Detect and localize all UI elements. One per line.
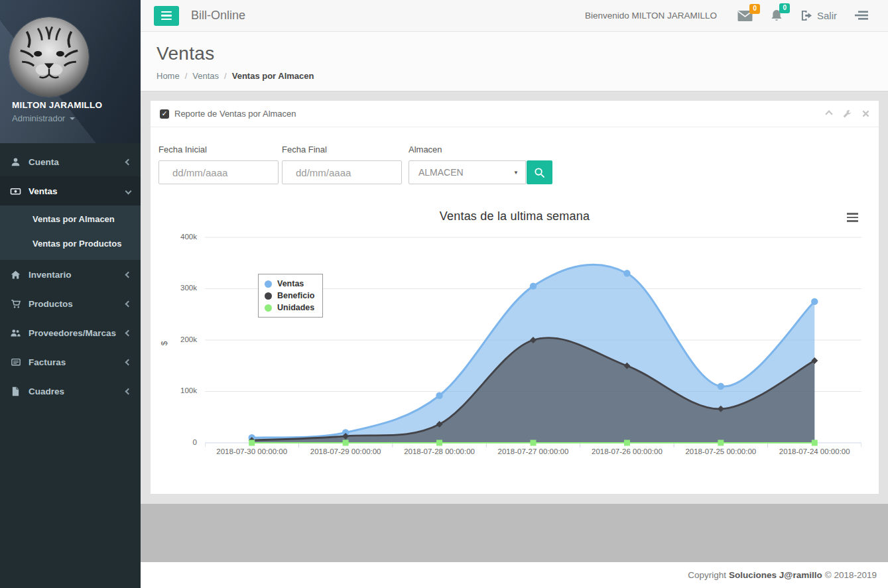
document-icon (10, 386, 21, 396)
topbar: Bill-Online Bienvenido MILTON JARAMILLO … (141, 0, 888, 32)
breadcrumb-ventas[interactable]: Ventas (192, 71, 219, 81)
almacen-select[interactable]: ALMACEN ▼ (409, 160, 526, 184)
messages-button[interactable]: 0 (737, 10, 753, 22)
messages-badge: 0 (749, 4, 760, 14)
chart-ventas-semana: Ventas de la ultima semana $ 400k 300k 2… (159, 209, 871, 474)
welcome-text: Bienvenido MILTON JARAMILLO (585, 11, 717, 21)
chevron-left-icon (125, 158, 132, 165)
legend-item-beneficio[interactable]: Beneficio (265, 291, 314, 300)
sidebar-item-facturas[interactable]: Facturas (0, 347, 141, 377)
notifications-badge: 0 (779, 3, 790, 13)
legend-marker-ventas (265, 280, 272, 288)
app-brand: Bill-Online (191, 9, 245, 23)
search-icon (534, 167, 545, 178)
sidebar-submenu-ventas: Ventas por Almacen Ventas por Productos (0, 206, 141, 260)
chevron-left-icon (125, 329, 132, 336)
panel-header: ✓ Reporte de Ventas por Almacen (151, 101, 879, 127)
breadcrumb-current: Ventas por Almacen (232, 71, 314, 81)
logout-button[interactable]: Salir (800, 10, 837, 21)
sidebar-item-cuenta[interactable]: Cuenta (0, 147, 141, 176)
invoice-icon (10, 357, 21, 367)
chart-context-menu-button[interactable] (847, 211, 863, 224)
footer-company: Soluciones J@ramillo (729, 570, 822, 580)
collapse-icon[interactable] (825, 110, 832, 117)
page-title: Ventas (157, 43, 888, 64)
sidebar-toggle-button[interactable] (154, 6, 179, 26)
users-icon (10, 327, 21, 338)
chevron-left-icon (125, 300, 132, 307)
report-panel: ✓ Reporte de Ventas por Almacen Fecha In… (151, 101, 879, 494)
panel-title: Reporte de Ventas por Almacen (174, 109, 296, 119)
notifications-button[interactable]: 0 (771, 9, 783, 23)
money-icon (10, 186, 21, 196)
chart-canvas (205, 234, 861, 454)
list-icon (855, 11, 868, 21)
legend-item-ventas[interactable]: Ventas (265, 279, 314, 288)
breadcrumb-home[interactable]: Home (157, 71, 180, 81)
panel-checkbox[interactable]: ✓ (160, 109, 169, 119)
close-icon[interactable] (862, 110, 869, 117)
chevron-left-icon (125, 271, 132, 278)
chart-title: Ventas de la ultima semana (159, 209, 871, 223)
sidebar-item-inventario[interactable]: Inventario (0, 260, 141, 289)
caret-down-icon (70, 117, 75, 120)
legend-item-unidades[interactable]: Unidades (265, 303, 314, 312)
sidebar-subitem-ventas-por-almacen[interactable]: Ventas por Almacen (0, 207, 141, 231)
sidebar-user-name: MILTON JARAMILLO (12, 100, 102, 110)
home-icon (10, 269, 21, 280)
panel-body: Fecha Inicial Fecha Final Almacen ALMACE… (151, 127, 879, 494)
search-button[interactable] (527, 160, 552, 184)
sidebar: MILTON JARAMILLO Administrador Cuenta Ve… (0, 0, 141, 588)
page-header: Ventas Home / Ventas / Ventas por Almace… (141, 32, 888, 91)
select-caret-icon: ▼ (513, 170, 519, 176)
sidebar-item-productos[interactable]: Productos (0, 289, 141, 318)
breadcrumb: Home / Ventas / Ventas por Almacen (157, 71, 888, 81)
fecha-inicial-input[interactable] (159, 160, 279, 184)
main-area: Bill-Online Bienvenido MILTON JARAMILLO … (141, 0, 888, 588)
user-avatar (9, 17, 89, 97)
legend-marker-beneficio (265, 292, 272, 300)
sidebar-menu: Cuenta Ventas Ventas por Almacen Ventas … (0, 143, 141, 406)
sidebar-item-ventas[interactable]: Ventas (0, 176, 141, 206)
footer: Copyright Soluciones J@ramillo © 2018-20… (141, 562, 888, 588)
chevron-left-icon (125, 388, 132, 394)
sidebar-user-panel: MILTON JARAMILLO Administrador (0, 0, 141, 143)
cart-icon (10, 298, 21, 309)
fecha-final-label: Fecha Final (282, 145, 402, 154)
content-filler (141, 504, 888, 562)
x-axis-labels: 2018-07-30 00:00:00 2018-07-29 00:00:00 … (205, 447, 861, 455)
content-area: ✓ Reporte de Ventas por Almacen Fecha In… (141, 91, 888, 504)
layout-list-button[interactable] (855, 11, 868, 21)
filter-form: Fecha Inicial Fecha Final Almacen ALMACE… (159, 145, 871, 184)
fecha-final-input[interactable] (282, 160, 402, 184)
chart-plot-area: $ 400k 300k 200k 100k 0 Ventas (159, 234, 871, 474)
sidebar-user-role[interactable]: Administrador (12, 113, 75, 123)
fecha-inicial-label: Fecha Inicial (159, 145, 279, 154)
chevron-left-icon (125, 359, 132, 365)
chart-legend: Ventas Beneficio Unidades (258, 274, 323, 318)
legend-marker-unidades (265, 304, 272, 312)
sidebar-item-proveedores-marcas[interactable]: Proveedores/Marcas (0, 318, 141, 347)
wrench-icon[interactable] (842, 109, 852, 119)
sign-out-icon (800, 10, 812, 21)
almacen-label: Almacen (409, 145, 552, 154)
chevron-down-icon (125, 188, 132, 194)
sidebar-subitem-ventas-por-productos[interactable]: Ventas por Productos (0, 231, 141, 256)
sidebar-item-cuadres[interactable]: Cuadres (0, 377, 141, 406)
user-icon (10, 156, 21, 167)
